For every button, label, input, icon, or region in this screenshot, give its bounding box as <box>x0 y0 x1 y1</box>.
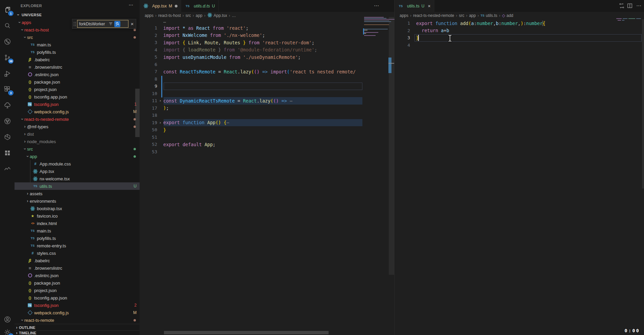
code-line-4[interactable]: 4import { loadRemote } from '@module-fed… <box>140 46 394 54</box>
tree-scrollbar[interactable] <box>135 89 140 137</box>
tree-item-webpack.config.js[interactable]: webpack.config.jsM <box>15 309 140 316</box>
tree-item-package.json[interactable]: {}package.json <box>15 78 140 86</box>
horizontal-scrollbar[interactable] <box>164 331 329 334</box>
tree-find-input[interactable] <box>77 22 108 26</box>
drag-handle-icon[interactable] <box>72 21 77 27</box>
tree-item-.eslintrc.json[interactable]: .eslintrc.json <box>15 272 140 279</box>
tree-item-node_modules[interactable]: ›node_modules <box>15 138 140 145</box>
editor-scrollbar[interactable] <box>642 19 644 188</box>
minimap[interactable] <box>616 18 642 23</box>
code-line-11[interactable]: 11›const DynamicReactTsRemote = React.la… <box>140 97 394 105</box>
tree-item-styles.css[interactable]: #styles.css <box>15 249 140 257</box>
tree-item-label: node_modules <box>27 139 56 144</box>
code-line-53[interactable]: 53 <box>140 148 394 156</box>
tree-item-App.module.css[interactable]: #App.module.css <box>15 160 140 168</box>
git-decoration-dot <box>134 155 136 158</box>
code-line-3[interactable]: 3import { Link, Route, Routes } from 're… <box>140 39 394 46</box>
tree-item-react-ts-nested-remote[interactable]: ›react-ts-nested-remote <box>15 115 140 123</box>
code-line-50[interactable]: 50} <box>140 126 394 134</box>
minimap-line <box>364 29 388 29</box>
code-line-8[interactable]: 8 <box>140 75 394 83</box>
tree-item-react-ts-remote[interactable]: ›react-ts-remote <box>15 316 140 324</box>
tree-item-src[interactable]: ›src <box>15 34 140 41</box>
activity-search-icon[interactable] <box>0 18 15 34</box>
tree-item-polyfills.ts[interactable]: TSpolyfills.ts <box>15 234 140 242</box>
tree-item-favicon.ico[interactable]: ★favicon.ico <box>15 212 140 220</box>
code-line-7[interactable]: 7const ReactTsRemote = React.lazy(() => … <box>140 68 394 75</box>
code-line-1[interactable]: 1export function add(a:number,b:number,)… <box>395 20 644 27</box>
activity-settings-icon[interactable]: 1 <box>0 324 15 335</box>
code-editor-app-tsx[interactable]: ⋯1import * as React from 'react';2import… <box>140 0 394 335</box>
code-line-52[interactable]: 52export default App; <box>140 141 394 148</box>
minimap-line <box>364 17 384 18</box>
fold-chevron-icon[interactable]: › <box>157 98 163 103</box>
tree-item-label: react-ts-nested-remote <box>24 117 69 122</box>
code-line-2[interactable]: 2 return a+b <box>395 27 644 35</box>
tree-item-.babelrc[interactable]: β.babelrc <box>15 257 140 264</box>
tree-item-main.ts[interactable]: TSmain.ts <box>15 41 140 48</box>
code-line-3[interactable]: 3} <box>395 34 644 42</box>
tree-item-tsconfig.json[interactable]: TStsconfig.json2 <box>15 302 140 309</box>
tree-item-index.html[interactable]: <>index.html <box>15 220 140 227</box>
activity-todo-tree-icon[interactable] <box>0 97 15 113</box>
tree-item-.browserslistrc[interactable]: ≡.browserslistrc <box>15 63 140 71</box>
tree-item-bootstrap.tsx[interactable]: bootstrap.tsx <box>15 205 140 212</box>
code-editor-utils-ts[interactable]: 1export function add(a:number,b:number,)… <box>395 0 644 335</box>
recording-timer: 0:00 <box>624 328 640 333</box>
code-line-51[interactable]: 51 <box>140 134 394 141</box>
tree-item-tsconfig.app.json[interactable]: {}tsconfig.app.json <box>15 93 140 100</box>
fold-chevron-icon[interactable]: › <box>157 120 163 125</box>
code-line-18[interactable]: 18 <box>140 112 394 119</box>
tree-item-project.json[interactable]: {}project.json <box>15 86 140 93</box>
activity-grid-icon[interactable] <box>0 145 15 161</box>
tree-item-nx-welcome.tsx[interactable]: nx-welcome.tsx <box>15 175 140 182</box>
close-icon[interactable]: × <box>128 21 136 27</box>
tree-item-environments[interactable]: ›environments <box>15 197 140 205</box>
workspace-root-row[interactable]: › UNIVERSE <box>15 11 140 19</box>
activity-source-control-graph-icon[interactable] <box>0 34 15 49</box>
code-line-4[interactable]: 4 <box>395 42 644 49</box>
tree-item-dist[interactable]: ›dist <box>15 130 140 138</box>
tree-item-main.ts[interactable]: TSmain.ts <box>15 227 140 234</box>
code-line-10[interactable]: 10 <box>140 90 394 97</box>
code-line-2[interactable]: 2import NxWelcome from './nx-welcome'; <box>140 32 394 39</box>
code-line-19[interactable]: 19›export function App() {⋯ <box>140 119 394 127</box>
tree-item-app[interactable]: ›app <box>15 153 140 160</box>
tree-item-tsconfig.json[interactable]: TStsconfig.json1 <box>15 100 140 108</box>
tree-item-App.tsx[interactable]: App.tsx <box>15 168 140 175</box>
tree-item-assets[interactable]: ›assets <box>15 190 140 197</box>
code-line-ellipsis[interactable]: ⋯ <box>140 19 394 24</box>
code-line-9[interactable]: 9 <box>140 83 394 90</box>
tree-item-src[interactable]: ›src <box>15 145 140 153</box>
tree-item-remote-entry.ts[interactable]: TSremote-entry.ts <box>15 242 140 249</box>
tree-item-package.json[interactable]: {}package.json <box>15 279 140 287</box>
tree-item-.babelrc[interactable]: β.babelrc <box>15 56 140 63</box>
tree-item-@mf-types[interactable]: ›@mf-types <box>15 123 140 130</box>
activity-git-graph-icon[interactable] <box>0 113 15 129</box>
activity-explorer-icon[interactable]: 1 <box>0 2 15 18</box>
activity-source-control-icon[interactable]: 38 <box>0 49 15 65</box>
activity-wave-icon[interactable] <box>0 161 15 177</box>
activity-extensions-icon[interactable]: 3 <box>0 81 15 97</box>
explorer-more-actions-button[interactable]: ⋯ <box>129 2 134 7</box>
editor-scrollbar[interactable] <box>389 17 394 275</box>
json-file-icon: {} <box>27 95 33 99</box>
activity-run-debug-icon[interactable] <box>0 65 15 81</box>
minimap[interactable] <box>363 17 389 58</box>
tree-item-.eslintrc.json[interactable]: .eslintrc.json <box>15 71 140 78</box>
timeline-section-header[interactable]: › TIMELINE <box>15 330 140 335</box>
tree-item-utils.ts[interactable]: TSutils.tsU <box>15 182 140 190</box>
code-line-1[interactable]: 1import * as React from 'react'; <box>140 24 394 32</box>
tree-item-polyfills.ts[interactable]: TSpolyfills.ts <box>15 48 140 56</box>
filter-icon[interactable] <box>108 21 114 27</box>
outline-section-header[interactable]: › OUTLINE <box>15 324 140 331</box>
code-line-6[interactable]: 6 <box>140 61 394 68</box>
tree-item-webpack.config.js[interactable]: webpack.config.jsM <box>15 108 140 115</box>
tree-item-.browserslistrc[interactable]: ≡.browserslistrc <box>15 264 140 272</box>
code-line-17[interactable]: 17); <box>140 105 394 112</box>
activity-nx-console-icon[interactable] <box>0 129 15 145</box>
code-line-5[interactable]: 5import useDynamicModule from './useDyna… <box>140 53 394 61</box>
tree-item-tsconfig.app.json[interactable]: {}tsconfig.app.json <box>15 294 140 302</box>
fuzzy-search-toggle[interactable] <box>114 21 120 27</box>
tree-item-project.json[interactable]: {}project.json <box>15 287 140 294</box>
